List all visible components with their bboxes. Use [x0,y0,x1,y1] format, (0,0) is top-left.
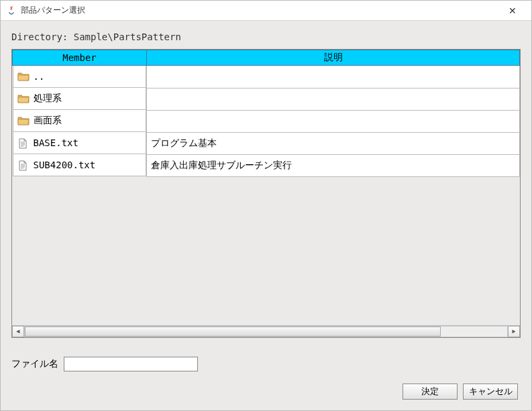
member-name: 処理系 [34,93,62,105]
table-row[interactable]: SUB4200.txt倉庫入出庫処理サブルーチン実行 [13,154,520,176]
folder-icon [17,72,30,81]
filename-row: ファイル名 [11,357,521,371]
horizontal-scrollbar[interactable]: ◄ ► [12,325,520,337]
cancel-button[interactable]: キャンセル [463,384,518,400]
member-name: SUB4200.txt [34,160,96,170]
table-row[interactable]: 処理系 [13,88,520,110]
scroll-thumb[interactable] [25,327,441,337]
member-name: 画面系 [34,115,62,127]
member-cell[interactable]: .. [13,66,147,88]
member-cell[interactable]: 処理系 [13,88,147,110]
member-name: BASE.txt [34,137,78,148]
scroll-track[interactable] [24,326,508,337]
member-name: .. [34,71,45,82]
file-table-container: Member 説明 ..処理系画面系BASE.txtプログラム基本SUB4200… [11,49,521,338]
description-cell[interactable]: プログラム基本 [147,132,520,154]
member-cell[interactable]: SUB4200.txt [13,154,147,176]
description-cell[interactable] [147,110,520,132]
java-icon [6,5,17,16]
content-area: Directory: Sample\PartsPattern Member 説明… [1,21,531,410]
close-button[interactable]: ✕ [499,1,526,20]
directory-label: Directory: Sample\PartsPattern [11,32,521,42]
ok-button[interactable]: 決定 [403,384,458,400]
folder-icon [17,116,30,125]
file-icon [17,160,30,170]
table-row[interactable]: 画面系 [13,110,520,132]
description-text: プログラム基本 [151,137,217,148]
description-cell[interactable] [147,88,520,110]
table-row[interactable]: BASE.txtプログラム基本 [13,132,520,154]
dialog-window: 部品パターン選択 ✕ Directory: Sample\PartsPatter… [0,0,532,411]
member-cell[interactable]: 画面系 [13,110,147,132]
column-header-member[interactable]: Member [13,50,147,66]
filename-input[interactable] [64,357,198,371]
description-cell[interactable]: 倉庫入出庫処理サブルーチン実行 [147,154,520,176]
folder-icon [17,94,30,103]
table-row[interactable]: .. [13,66,520,89]
file-table-scroll: Member 説明 ..処理系画面系BASE.txtプログラム基本SUB4200… [12,50,520,325]
column-header-description[interactable]: 説明 [147,50,520,66]
file-icon [17,138,30,148]
description-cell[interactable] [147,66,520,89]
window-title: 部品パターン選択 [21,5,499,16]
file-table: Member 説明 ..処理系画面系BASE.txtプログラム基本SUB4200… [12,50,520,177]
titlebar: 部品パターン選択 ✕ [1,1,531,21]
description-text: 倉庫入出庫処理サブルーチン実行 [151,160,292,170]
member-cell[interactable]: BASE.txt [13,132,147,154]
filename-label: ファイル名 [11,358,58,370]
button-row: 決定 キャンセル [11,384,521,400]
scroll-right-button[interactable]: ► [508,326,520,337]
scroll-left-button[interactable]: ◄ [12,326,24,337]
